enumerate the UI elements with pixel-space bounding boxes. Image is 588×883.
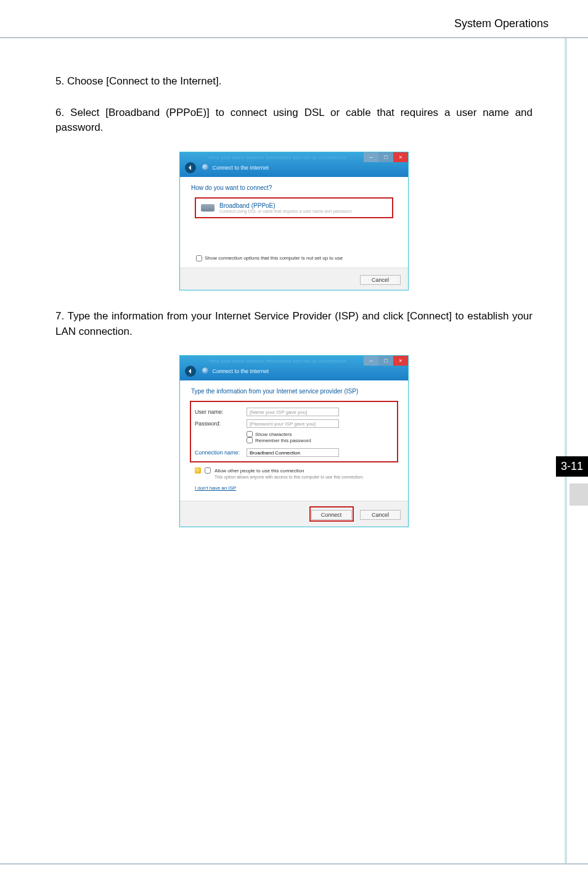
cancel-button[interactable]: Cancel <box>360 510 401 520</box>
arrow-left-icon <box>187 165 194 171</box>
step-7-number: 7. <box>55 310 64 322</box>
connection-name-label: Connection name: <box>195 450 247 456</box>
page-body: 5. Choose [Connect to the Internet]. 6. … <box>55 74 533 546</box>
cancel-button[interactable]: Cancel <box>360 275 401 285</box>
dialog-title-text: Connect to the Internet <box>213 165 269 171</box>
password-label: Password: <box>195 421 247 427</box>
username-input[interactable] <box>247 408 339 416</box>
password-row: Password: <box>195 419 393 428</box>
globe-icon <box>202 164 208 170</box>
option-text: Broadband (PPPoE) Connect using DSL or c… <box>219 202 353 213</box>
maximize-button[interactable]: □ <box>378 152 393 162</box>
dialog-title: Connect to the Internet <box>202 368 269 374</box>
no-isp-link[interactable]: I don't have an ISP <box>195 485 236 491</box>
step-5: 5. Choose [Connect to the Internet]. <box>55 74 533 89</box>
maximize-button[interactable]: □ <box>378 356 393 366</box>
minimize-button[interactable]: – <box>364 152 378 162</box>
allow-others-label: Allow other people to use this connectio… <box>214 468 304 474</box>
titlebar: View your basic network information and … <box>180 356 408 380</box>
minimize-button[interactable]: – <box>364 356 378 366</box>
titlebar-background-text: View your basic network information and … <box>208 155 346 160</box>
allow-others-row[interactable]: Allow other people to use this connectio… <box>195 467 398 474</box>
show-characters-checkbox[interactable]: Show characters <box>247 431 393 437</box>
step-7: 7. Type the information from your Intern… <box>55 309 533 339</box>
back-button[interactable] <box>185 366 196 377</box>
dialog-title: Connect to the Internet <box>202 164 269 171</box>
dialog-title-text: Connect to the Internet <box>213 368 269 374</box>
step-7-text: Type the information from your Internet … <box>55 310 533 337</box>
show-characters-input[interactable] <box>247 431 253 437</box>
screenshot-isp-form: View your basic network information and … <box>179 355 409 527</box>
password-input[interactable] <box>247 419 339 428</box>
close-button[interactable]: × <box>393 356 408 366</box>
globe-icon <box>202 368 208 374</box>
titlebar: View your basic network information and … <box>180 152 408 177</box>
button-bar: Connect Cancel <box>180 501 408 527</box>
step-5-number: 5. <box>55 75 64 87</box>
broadband-option[interactable]: Broadband (PPPoE) Connect using DSL or c… <box>195 197 393 218</box>
show-characters-label: Show characters <box>255 432 292 437</box>
manual-page: System Operations 3-11 5. Choose [Connec… <box>0 0 588 883</box>
connection-name-input[interactable] <box>247 448 339 457</box>
arrow-left-icon <box>187 368 194 374</box>
dialog-body: Type the information from your Internet … <box>180 380 408 501</box>
show-other-options-input[interactable] <box>196 255 202 261</box>
shield-icon <box>195 467 201 474</box>
highlighted-form: User name: Password: Show characters Rem… <box>190 401 398 462</box>
titlebar-background-text: View your basic network information and … <box>208 358 346 364</box>
modem-icon <box>201 204 214 212</box>
connect-question: How do you want to connect? <box>191 184 398 191</box>
connect-button-highlight: Connect <box>309 506 354 522</box>
remember-password-checkbox[interactable]: Remember this password <box>247 437 393 443</box>
allow-others-desc: This option allows anyone with access to… <box>214 475 398 479</box>
connection-name-row: Connection name: <box>195 448 393 457</box>
remember-password-input[interactable] <box>247 437 253 443</box>
window-controls: – □ × <box>364 356 408 366</box>
button-bar: Cancel <box>180 268 408 290</box>
thumb-tab-chip <box>570 483 588 506</box>
header-rule <box>0 37 588 38</box>
step-6: 6. Select [Broadband (PPPoE)] to connect… <box>55 105 533 136</box>
page-number-chip: 3-11 <box>556 456 588 477</box>
section-title: System Operations <box>454 17 549 30</box>
username-row: User name: <box>195 408 393 416</box>
step-5-text: Choose [Connect to the Internet]. <box>67 75 221 87</box>
username-label: User name: <box>195 409 247 415</box>
close-button[interactable]: × <box>393 152 408 162</box>
window-controls: – □ × <box>364 152 408 162</box>
back-button[interactable] <box>185 162 196 173</box>
option-title: Broadband (PPPoE) <box>219 202 353 209</box>
step-6-number: 6. <box>55 107 64 118</box>
right-stripe <box>565 38 567 863</box>
isp-heading: Type the information from your Internet … <box>191 388 398 395</box>
step-6-text: Select [Broadband (PPPoE)] to connect us… <box>55 107 533 134</box>
dialog-body: How do you want to connect? Broadband (P… <box>180 177 408 268</box>
option-subtitle: Connect using DSL or cable that requires… <box>219 209 353 213</box>
show-other-options-label: Show connection options that this comput… <box>205 255 343 261</box>
allow-others-input[interactable] <box>205 467 211 474</box>
show-other-options-checkbox[interactable]: Show connection options that this comput… <box>196 255 398 261</box>
connect-button[interactable]: Connect <box>311 510 352 520</box>
remember-password-label: Remember this password <box>255 438 311 443</box>
screenshot-connect-method: View your basic network information and … <box>179 152 409 290</box>
footer-rule <box>0 863 588 865</box>
